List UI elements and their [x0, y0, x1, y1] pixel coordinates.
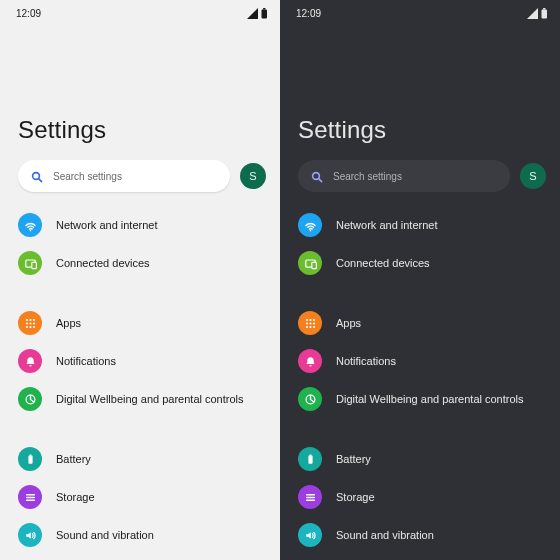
- profile-avatar[interactable]: S: [520, 163, 546, 189]
- settings-screen-light: 12:09 Settings Search settings S Network…: [0, 0, 280, 560]
- status-icons: [527, 8, 548, 19]
- item-label: Network and internet: [336, 219, 438, 231]
- item-network-internet[interactable]: Network and internet: [18, 206, 266, 244]
- search-placeholder: Search settings: [53, 171, 122, 182]
- search-placeholder: Search settings: [333, 171, 402, 182]
- storage-icon: [298, 485, 322, 509]
- wellbeing-icon: [298, 387, 322, 411]
- profile-avatar[interactable]: S: [240, 163, 266, 189]
- item-label: Sound and vibration: [56, 529, 154, 541]
- wifi-icon: [298, 213, 322, 237]
- item-label: Storage: [336, 491, 375, 503]
- status-time: 12:09: [16, 8, 41, 19]
- settings-list: Network and internet Connected devices A…: [280, 206, 560, 554]
- item-label: Notifications: [56, 355, 116, 367]
- wifi-icon: [18, 213, 42, 237]
- battery-icon: [261, 8, 268, 19]
- item-label: Battery: [56, 453, 91, 465]
- bell-icon: [298, 349, 322, 373]
- status-bar: 12:09: [0, 0, 280, 24]
- devices-icon: [298, 251, 322, 275]
- item-storage[interactable]: Storage: [18, 478, 266, 516]
- bell-icon: [18, 349, 42, 373]
- battery-item-icon: [18, 447, 42, 471]
- settings-list: Network and internet Connected devices A…: [0, 206, 280, 554]
- item-digital-wellbeing[interactable]: Digital Wellbeing and parental controls: [18, 380, 266, 418]
- sound-icon: [298, 523, 322, 547]
- item-notifications[interactable]: Notifications: [298, 342, 546, 380]
- battery-item-icon: [298, 447, 322, 471]
- item-label: Sound and vibration: [336, 529, 434, 541]
- search-icon: [310, 170, 323, 183]
- status-time: 12:09: [296, 8, 321, 19]
- item-label: Apps: [56, 317, 81, 329]
- devices-icon: [18, 251, 42, 275]
- battery-icon: [541, 8, 548, 19]
- sound-icon: [18, 523, 42, 547]
- item-label: Connected devices: [56, 257, 150, 269]
- item-label: Notifications: [336, 355, 396, 367]
- item-label: Storage: [56, 491, 95, 503]
- search-icon: [30, 170, 43, 183]
- page-title: Settings: [280, 116, 560, 160]
- item-label: Apps: [336, 317, 361, 329]
- item-connected-devices[interactable]: Connected devices: [298, 244, 546, 282]
- item-label: Connected devices: [336, 257, 430, 269]
- item-label: Digital Wellbeing and parental controls: [56, 393, 244, 405]
- settings-screen-dark: 12:09 Settings Search settings S Network…: [280, 0, 560, 560]
- item-notifications[interactable]: Notifications: [18, 342, 266, 380]
- wellbeing-icon: [18, 387, 42, 411]
- item-label: Battery: [336, 453, 371, 465]
- item-sound-vibration[interactable]: Sound and vibration: [18, 516, 266, 554]
- item-network-internet[interactable]: Network and internet: [298, 206, 546, 244]
- status-bar: 12:09: [280, 0, 560, 24]
- item-label: Digital Wellbeing and parental controls: [336, 393, 524, 405]
- item-battery[interactable]: Battery: [298, 440, 546, 478]
- item-apps[interactable]: Apps: [18, 304, 266, 342]
- page-title: Settings: [0, 116, 280, 160]
- status-icons: [247, 8, 268, 19]
- item-sound-vibration[interactable]: Sound and vibration: [298, 516, 546, 554]
- item-label: Network and internet: [56, 219, 158, 231]
- apps-icon: [298, 311, 322, 335]
- item-storage[interactable]: Storage: [298, 478, 546, 516]
- apps-icon: [18, 311, 42, 335]
- item-digital-wellbeing[interactable]: Digital Wellbeing and parental controls: [298, 380, 546, 418]
- search-settings-input[interactable]: Search settings: [18, 160, 230, 192]
- item-connected-devices[interactable]: Connected devices: [18, 244, 266, 282]
- item-battery[interactable]: Battery: [18, 440, 266, 478]
- search-settings-input[interactable]: Search settings: [298, 160, 510, 192]
- storage-icon: [18, 485, 42, 509]
- signal-icon: [247, 8, 258, 19]
- item-apps[interactable]: Apps: [298, 304, 546, 342]
- signal-icon: [527, 8, 538, 19]
